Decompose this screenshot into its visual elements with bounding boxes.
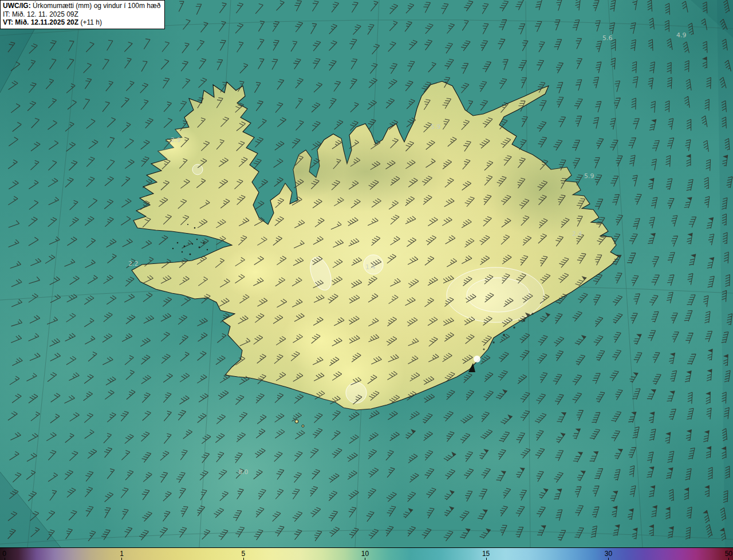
map-value-label: 2.2	[128, 260, 139, 267]
colorbar-tick-label: 15	[482, 550, 490, 558]
valid-time: VT: Mið. 12.11.2025 20Z (+11 h)	[3, 18, 160, 27]
colorbar-tick-label: 10	[361, 550, 369, 558]
valid-time-main: VT: Mið. 12.11.2025 20Z	[3, 18, 78, 26]
map-value-label: 5.9	[584, 172, 594, 180]
map-value-label: 2.4	[572, 230, 582, 238]
colorbar-tick-label: 30	[605, 550, 612, 558]
map-value-label: 8.0	[238, 468, 249, 476]
map-info-box: UWC/IG: Úrkomumætti (mm) og vindur í 100…	[0, 0, 165, 29]
init-time: IT: Mið. 12. 11. 2025 09Z	[3, 10, 160, 19]
map-canvas: 5.64.95.92.95.92.42.21.48.0	[0, 0, 733, 547]
map-title: UWC/IG: Úrkomumætti (mm) og vindur í 100…	[3, 2, 160, 10]
colorbar-tick-mark	[5, 558, 5, 560]
valid-time-offset: (+11 h)	[78, 18, 102, 26]
colorbar-tick-label: 0	[2, 550, 6, 558]
model-id: UWC/IG:	[3, 2, 31, 10]
precipitation-colorbar: 01510153050	[0, 547, 733, 560]
map-value-label: 5.9	[431, 123, 441, 131]
colorbar-tick-mark	[608, 558, 609, 560]
map-title-text: Úrkomumætti (mm) og vindur í 100m hæð	[31, 2, 161, 10]
colorbar-tick-label: 1	[120, 550, 124, 558]
colorbar-tick-label: 5	[242, 550, 246, 558]
colorbar-tick-mark	[728, 558, 729, 560]
colorbar-tick-mark	[486, 558, 487, 560]
map-value-label: 4.9	[676, 31, 687, 39]
map-value-label: 2.9	[171, 136, 181, 144]
weather-map-app: 5.64.95.92.95.92.42.21.48.0 UWC/IG: Úrko…	[0, 0, 733, 560]
map-value-label: 1.4	[365, 263, 376, 271]
colorbar-tick-mark	[121, 558, 122, 560]
colorbar-tick-mark	[243, 558, 244, 560]
colorbar-tick-mark	[365, 558, 365, 560]
map-value-label: 5.6	[602, 34, 613, 42]
colorbar-tick-label: 50	[725, 550, 732, 558]
